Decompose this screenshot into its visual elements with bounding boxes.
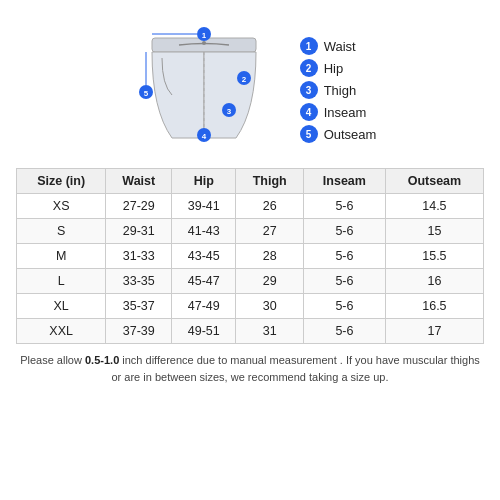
table-cell: 29 (236, 269, 304, 294)
table-cell: XL (17, 294, 106, 319)
table-row: L33-3545-47295-616 (17, 269, 484, 294)
table-header: Size (in)WaistHipThighInseamOutseam (17, 169, 484, 194)
legend-badge: 2 (300, 59, 318, 77)
diagram-area: 1 2 3 4 5 1 Waist 2 Hip 3 (16, 20, 484, 160)
table-cell: 45-47 (172, 269, 236, 294)
legend-item: 4 Inseam (300, 103, 377, 121)
legend-label: Waist (324, 39, 356, 54)
table-cell: 17 (385, 319, 483, 344)
legend-item: 2 Hip (300, 59, 377, 77)
legend-label: Inseam (324, 105, 367, 120)
table-cell: 15.5 (385, 244, 483, 269)
table-cell: 33-35 (106, 269, 172, 294)
svg-text:1: 1 (201, 31, 206, 40)
header-row: Size (in)WaistHipThighInseamOutseam (17, 169, 484, 194)
table-cell: 5-6 (304, 319, 386, 344)
table-row: XXL37-3949-51315-617 (17, 319, 484, 344)
table-cell: 31 (236, 319, 304, 344)
table-row: M31-3343-45285-615.5 (17, 244, 484, 269)
table-cell: 16 (385, 269, 483, 294)
table-cell: 29-31 (106, 219, 172, 244)
table-body: XS27-2939-41265-614.5S29-3141-43275-615M… (17, 194, 484, 344)
legend-badge: 3 (300, 81, 318, 99)
table-cell: 41-43 (172, 219, 236, 244)
legend-label: Hip (324, 61, 344, 76)
legend-label: Outseam (324, 127, 377, 142)
table-cell: XXL (17, 319, 106, 344)
svg-text:2: 2 (241, 75, 246, 84)
table-cell: 43-45 (172, 244, 236, 269)
table-row: S29-3141-43275-615 (17, 219, 484, 244)
table-cell: L (17, 269, 106, 294)
table-cell: M (17, 244, 106, 269)
table-cell: 39-41 (172, 194, 236, 219)
table-cell: 14.5 (385, 194, 483, 219)
svg-text:3: 3 (226, 107, 231, 116)
legend: 1 Waist 2 Hip 3 Thigh 4 Inseam 5 Outseam (300, 37, 377, 143)
legend-badge: 5 (300, 125, 318, 143)
legend-label: Thigh (324, 83, 357, 98)
svg-text:5: 5 (143, 89, 148, 98)
table-cell: 47-49 (172, 294, 236, 319)
table-header-cell: Outseam (385, 169, 483, 194)
table-cell: 49-51 (172, 319, 236, 344)
table-cell: 27-29 (106, 194, 172, 219)
table-cell: 26 (236, 194, 304, 219)
legend-item: 1 Waist (300, 37, 377, 55)
table-cell: 5-6 (304, 244, 386, 269)
table-cell: 30 (236, 294, 304, 319)
table-cell: 5-6 (304, 294, 386, 319)
table-cell: 27 (236, 219, 304, 244)
table-header-cell: Inseam (304, 169, 386, 194)
legend-item: 3 Thigh (300, 81, 377, 99)
table-header-cell: Hip (172, 169, 236, 194)
table-cell: 28 (236, 244, 304, 269)
shorts-illustration: 1 2 3 4 5 (124, 20, 284, 160)
svg-text:4: 4 (201, 132, 206, 141)
table-header-cell: Size (in) (17, 169, 106, 194)
table-header-cell: Waist (106, 169, 172, 194)
table-header-cell: Thigh (236, 169, 304, 194)
legend-item: 5 Outseam (300, 125, 377, 143)
table-row: XL35-3747-49305-616.5 (17, 294, 484, 319)
measurement-note: Please allow 0.5-1.0 inch difference due… (16, 352, 484, 385)
table-cell: 35-37 (106, 294, 172, 319)
table-cell: S (17, 219, 106, 244)
table-cell: 31-33 (106, 244, 172, 269)
table-cell: 16.5 (385, 294, 483, 319)
svg-point-2 (202, 41, 206, 45)
table-cell: 5-6 (304, 194, 386, 219)
size-table: Size (in)WaistHipThighInseamOutseam XS27… (16, 168, 484, 344)
legend-badge: 1 (300, 37, 318, 55)
table-cell: 5-6 (304, 219, 386, 244)
table-cell: 15 (385, 219, 483, 244)
table-cell: 5-6 (304, 269, 386, 294)
table-cell: 37-39 (106, 319, 172, 344)
table-cell: XS (17, 194, 106, 219)
note-highlight: 0.5-1.0 (85, 354, 119, 366)
table-row: XS27-2939-41265-614.5 (17, 194, 484, 219)
legend-badge: 4 (300, 103, 318, 121)
